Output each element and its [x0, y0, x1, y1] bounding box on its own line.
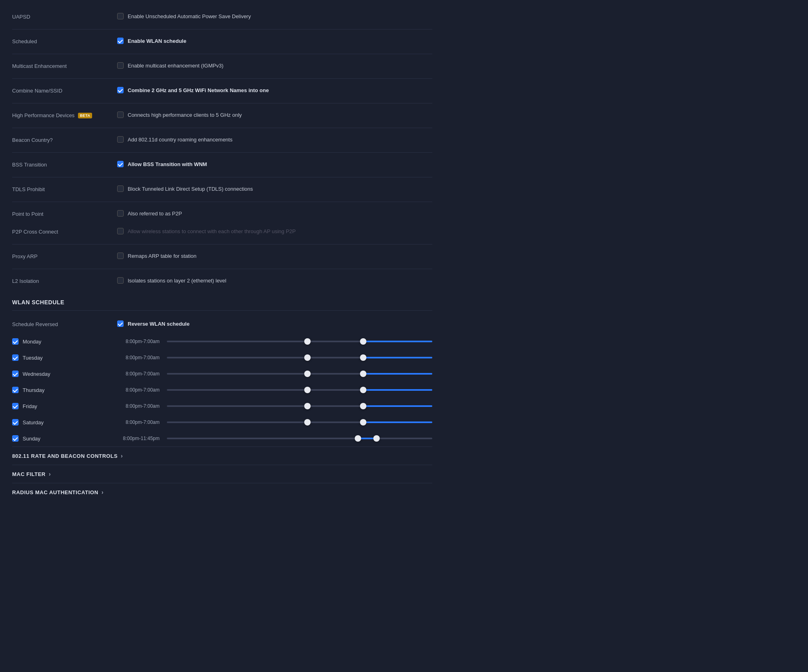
- slider-fill-wednesday: [363, 373, 432, 375]
- slider-thumb-start-tuesday[interactable]: [304, 354, 311, 361]
- combine-name-control: Combine 2 GHz and 5 GHz WiFi Network Nam…: [117, 87, 432, 93]
- day-time-area-monday: 8:00pm-7:00am: [117, 337, 432, 345]
- high-performance-checkbox[interactable]: [117, 112, 124, 118]
- day-label-sunday: Sunday: [23, 436, 40, 442]
- beacon-country-label: Beacon Country?: [12, 136, 117, 143]
- day-checkbox-area-monday: Monday: [12, 338, 117, 345]
- day-checkbox-tuesday[interactable]: [12, 354, 19, 361]
- p2p-checkbox-label: Also referred to as P2P: [128, 211, 182, 217]
- slider-thumb-end-saturday[interactable]: [360, 419, 366, 426]
- day-checkbox-sunday[interactable]: [12, 435, 19, 442]
- slider-thumb-start-saturday[interactable]: [304, 419, 311, 426]
- uapsd-control: Enable Unscheduled Automatic Power Save …: [117, 13, 432, 19]
- combine-name-checkbox[interactable]: [117, 87, 124, 93]
- collapsible-section-mac-filter[interactable]: MAC FILTER›: [12, 465, 432, 483]
- day-row-saturday: Saturday8:00pm-7:00am: [12, 414, 432, 430]
- slider-track-friday: [167, 405, 432, 407]
- proxy-arp-checkbox-wrapper[interactable]: Remaps ARP table for station: [117, 253, 196, 259]
- day-slider-thursday[interactable]: [167, 386, 432, 394]
- multicast-checkbox[interactable]: [117, 62, 124, 69]
- proxy-arp-checkbox[interactable]: [117, 253, 124, 259]
- schedule-reversed-checkbox[interactable]: [117, 320, 124, 327]
- bss-transition-checkbox-wrapper[interactable]: Allow BSS Transition with WNM: [117, 161, 207, 167]
- p2p-checkbox-wrapper[interactable]: Also referred to as P2P: [117, 210, 182, 217]
- slider-thumb-start-friday[interactable]: [304, 403, 311, 409]
- day-checkbox-area-tuesday: Tuesday: [12, 354, 117, 361]
- l2-isolation-checkbox-wrapper[interactable]: Isolates stations on layer 2 (ethernet) …: [117, 277, 226, 284]
- day-checkbox-area-friday: Friday: [12, 403, 117, 409]
- day-time-label-monday: 8:00pm-7:00am: [117, 339, 160, 344]
- beacon-country-checkbox-wrapper[interactable]: Add 802.11d country roaming enhancements: [117, 136, 232, 143]
- slider-thumb-start-wednesday[interactable]: [304, 371, 311, 377]
- multicast-checkbox-label: Enable multicast enhancement (IGMPv3): [128, 63, 223, 69]
- multicast-checkbox-wrapper[interactable]: Enable multicast enhancement (IGMPv3): [117, 62, 223, 69]
- l2-isolation-row: L2 Isolation Isolates stations on layer …: [12, 272, 432, 290]
- slider-fill-tuesday: [363, 357, 432, 358]
- day-label-wednesday: Wednesday: [23, 371, 50, 377]
- high-performance-control: Connects high performance clients to 5 G…: [117, 112, 432, 118]
- day-label-thursday: Thursday: [23, 387, 44, 393]
- day-checkbox-saturday[interactable]: [12, 419, 19, 426]
- collapsible-section-radius-mac[interactable]: RADIUS MAC AUTHENTICATION›: [12, 483, 432, 501]
- day-time-label-sunday: 8:00pm-11:45pm: [117, 436, 160, 441]
- tdls-row: TDLS Prohibit Block Tunneled Link Direct…: [12, 181, 432, 198]
- day-slider-sunday[interactable]: [167, 434, 432, 442]
- day-checkbox-wednesday[interactable]: [12, 371, 19, 377]
- l2-isolation-checkbox[interactable]: [117, 277, 124, 284]
- day-slider-wednesday[interactable]: [167, 370, 432, 378]
- slider-thumb-end-wednesday[interactable]: [360, 371, 366, 377]
- multicast-label: Multicast Enhancement: [12, 62, 117, 69]
- p2p-cross-checkbox-label: Allow wireless stations to connect with …: [128, 228, 296, 234]
- tdls-checkbox[interactable]: [117, 185, 124, 192]
- divider-6: [12, 152, 432, 153]
- chevron-icon-mac-filter: ›: [49, 471, 51, 477]
- day-slider-saturday[interactable]: [167, 418, 432, 426]
- combine-name-checkbox-wrapper[interactable]: Combine 2 GHz and 5 GHz WiFi Network Nam…: [117, 87, 269, 93]
- uapsd-checkbox-wrapper[interactable]: Enable Unscheduled Automatic Power Save …: [117, 13, 251, 19]
- divider-10: [12, 269, 432, 269]
- p2p-checkbox[interactable]: [117, 210, 124, 217]
- slider-thumb-end-tuesday[interactable]: [360, 354, 366, 361]
- slider-thumb-end-sunday[interactable]: [373, 435, 380, 442]
- scheduled-checkbox-wrapper[interactable]: Enable WLAN schedule: [117, 38, 186, 44]
- day-time-area-wednesday: 8:00pm-7:00am: [117, 370, 432, 378]
- collapsible-section-rate-beacon[interactable]: 802.11 RATE AND BEACON CONTROLS›: [12, 447, 432, 465]
- slider-thumb-start-thursday[interactable]: [304, 387, 311, 393]
- slider-thumb-end-monday[interactable]: [360, 338, 366, 345]
- slider-track-wednesday: [167, 373, 432, 375]
- p2p-cross-checkbox[interactable]: [117, 228, 124, 234]
- day-slider-monday[interactable]: [167, 337, 432, 345]
- slider-thumb-end-thursday[interactable]: [360, 387, 366, 393]
- beacon-country-checkbox[interactable]: [117, 136, 124, 143]
- day-time-area-sunday: 8:00pm-11:45pm: [117, 434, 432, 442]
- day-slider-tuesday[interactable]: [167, 354, 432, 362]
- day-slider-friday[interactable]: [167, 402, 432, 410]
- collapsible-title-rate-beacon: 802.11 RATE AND BEACON CONTROLS: [12, 453, 118, 459]
- collapsible-sections-container: 802.11 RATE AND BEACON CONTROLS›MAC FILT…: [12, 447, 432, 501]
- scheduled-label: Scheduled: [12, 38, 117, 44]
- high-performance-checkbox-wrapper[interactable]: Connects high performance clients to 5 G…: [117, 112, 242, 118]
- proxy-arp-row: Proxy ARP Remaps ARP table for station: [12, 248, 432, 265]
- day-checkbox-friday[interactable]: [12, 403, 19, 409]
- day-checkbox-monday[interactable]: [12, 338, 19, 345]
- tdls-checkbox-wrapper[interactable]: Block Tunneled Link Direct Setup (TDLS) …: [117, 185, 253, 192]
- bss-transition-row: BSS Transition Allow BSS Transition with…: [12, 156, 432, 174]
- slider-track-tuesday: [167, 357, 432, 358]
- beta-badge: BETA: [78, 113, 93, 118]
- slider-thumb-start-sunday[interactable]: [355, 435, 361, 442]
- scheduled-checkbox[interactable]: [117, 38, 124, 44]
- schedule-reversed-checkbox-wrapper[interactable]: Reverse WLAN schedule: [117, 320, 189, 327]
- slider-thumb-start-monday[interactable]: [304, 338, 311, 345]
- slider-track-sunday: [167, 438, 432, 439]
- slider-thumb-end-friday[interactable]: [360, 403, 366, 409]
- p2p-cross-checkbox-wrapper[interactable]: Allow wireless stations to connect with …: [117, 228, 296, 234]
- beacon-country-checkbox-label: Add 802.11d country roaming enhancements: [128, 137, 232, 143]
- wlan-divider: [12, 310, 432, 311]
- chevron-icon-radius-mac: ›: [101, 489, 103, 495]
- uapsd-checkbox[interactable]: [117, 13, 124, 19]
- slider-track-monday: [167, 341, 432, 342]
- proxy-arp-label: Proxy ARP: [12, 253, 117, 259]
- day-checkbox-thursday[interactable]: [12, 387, 19, 393]
- divider-5: [12, 128, 432, 128]
- bss-transition-checkbox[interactable]: [117, 161, 124, 167]
